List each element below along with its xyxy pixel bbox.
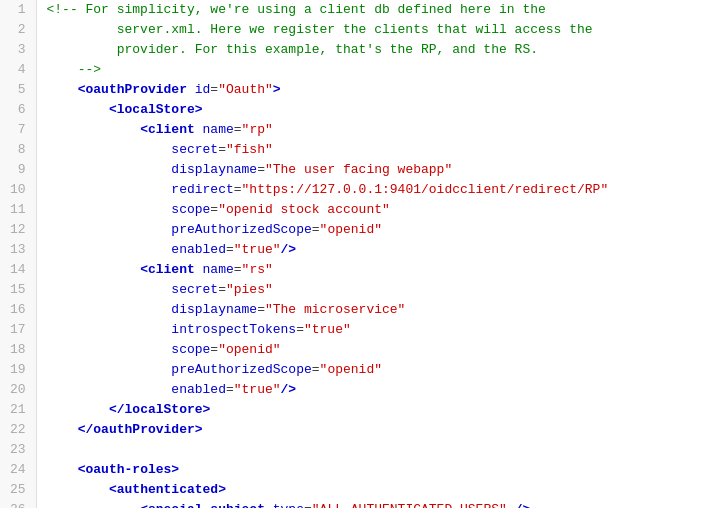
attr-value-token: "true" — [304, 322, 351, 337]
line-number: 24 — [0, 460, 36, 480]
code-line: <client name="rs" — [36, 260, 713, 280]
plain-token — [47, 82, 78, 97]
line-number: 11 — [0, 200, 36, 220]
line-number: 17 — [0, 320, 36, 340]
plain-token — [47, 202, 172, 217]
code-line: <client name="rp" — [36, 120, 713, 140]
plain-token: = — [234, 262, 242, 277]
table-row: 12 preAuthorizedScope="openid" — [0, 220, 713, 240]
plain-token: = — [312, 222, 320, 237]
tag-token: <oauthProvider — [78, 82, 187, 97]
line-number: 14 — [0, 260, 36, 280]
tag-token: > — [273, 82, 281, 97]
code-line: redirect="https://127.0.0.1:9401/oidccli… — [36, 180, 713, 200]
plain-token: = — [210, 202, 218, 217]
code-line: </localStore> — [36, 400, 713, 420]
tag-token: /> — [507, 502, 530, 508]
line-number: 18 — [0, 340, 36, 360]
table-row: 7 <client name="rp" — [0, 120, 713, 140]
code-line: <oauthProvider id="Oauth"> — [36, 80, 713, 100]
attr-value-token: "https://127.0.0.1:9401/oidcclient/redir… — [242, 182, 609, 197]
line-number: 23 — [0, 440, 36, 460]
plain-token — [47, 162, 172, 177]
table-row: 26 <special-subject type="ALL_AUTHENTICA… — [0, 500, 713, 508]
attr-name-token: scope — [171, 202, 210, 217]
code-line: provider. For this example, that's the R… — [36, 40, 713, 60]
code-line: enabled="true"/> — [36, 380, 713, 400]
plain-token: = — [257, 302, 265, 317]
tag-token: <client — [140, 262, 195, 277]
attr-value-token: "true" — [234, 382, 281, 397]
attr-value-token: "rp" — [242, 122, 273, 137]
attr-value-token: "openid" — [218, 342, 280, 357]
line-number: 2 — [0, 20, 36, 40]
plain-token: = — [234, 182, 242, 197]
tag-token: <client — [140, 122, 195, 137]
table-row: 4 --> — [0, 60, 713, 80]
tag-token: </localStore> — [109, 402, 210, 417]
attr-name-token: displayname — [171, 302, 257, 317]
table-row: 6 <localStore> — [0, 100, 713, 120]
comment-token: provider. For this example, that's the R… — [47, 42, 538, 57]
plain-token: = — [226, 242, 234, 257]
plain-token — [47, 102, 109, 117]
tag-token: /> — [281, 242, 297, 257]
plain-token: = — [210, 342, 218, 357]
line-number: 7 — [0, 120, 36, 140]
tag-token: <localStore> — [109, 102, 203, 117]
code-line: introspectTokens="true" — [36, 320, 713, 340]
table-row: 15 secret="pies" — [0, 280, 713, 300]
plain-token: = — [296, 322, 304, 337]
table-row: 3 provider. For this example, that's the… — [0, 40, 713, 60]
code-table: 1<!-- For simplicity, we're using a clie… — [0, 0, 713, 508]
plain-token — [47, 482, 109, 497]
code-line: <!-- For simplicity, we're using a clien… — [36, 0, 713, 20]
tag-token: <oauth-roles> — [78, 462, 179, 477]
code-line: scope="openid stock account" — [36, 200, 713, 220]
plain-token: = — [234, 122, 242, 137]
code-line: preAuthorizedScope="openid" — [36, 220, 713, 240]
attr-name-token: secret — [171, 142, 218, 157]
line-number: 9 — [0, 160, 36, 180]
table-row: 14 <client name="rs" — [0, 260, 713, 280]
line-number: 4 — [0, 60, 36, 80]
attr-name-token: name — [203, 262, 234, 277]
code-line: displayname="The microservice" — [36, 300, 713, 320]
attr-name-token: displayname — [171, 162, 257, 177]
comment-token: server.xml. Here we register the clients… — [47, 22, 593, 37]
table-row: 2 server.xml. Here we register the clien… — [0, 20, 713, 40]
attr-value-token: "openid" — [320, 362, 382, 377]
attr-value-token: "The user facing webapp" — [265, 162, 452, 177]
line-number: 19 — [0, 360, 36, 380]
plain-token: = — [304, 502, 312, 508]
table-row: 13 enabled="true"/> — [0, 240, 713, 260]
attr-value-token: "openid" — [320, 222, 382, 237]
line-number: 25 — [0, 480, 36, 500]
attr-name-token: name — [203, 122, 234, 137]
code-line: enabled="true"/> — [36, 240, 713, 260]
plain-token — [47, 322, 172, 337]
code-line: <authenticated> — [36, 480, 713, 500]
attr-value-token: "true" — [234, 242, 281, 257]
table-row: 11 scope="openid stock account" — [0, 200, 713, 220]
line-number: 6 — [0, 100, 36, 120]
line-number: 13 — [0, 240, 36, 260]
plain-token — [195, 262, 203, 277]
table-row: 9 displayname="The user facing webapp" — [0, 160, 713, 180]
attr-value-token: "ALL_AUTHENTICATED_USERS" — [312, 502, 507, 508]
attr-value-token: "The microservice" — [265, 302, 405, 317]
table-row: 5 <oauthProvider id="Oauth"> — [0, 80, 713, 100]
plain-token — [47, 362, 172, 377]
table-row: 23 — [0, 440, 713, 460]
line-number: 1 — [0, 0, 36, 20]
line-number: 5 — [0, 80, 36, 100]
line-number: 26 — [0, 500, 36, 508]
code-line: scope="openid" — [36, 340, 713, 360]
plain-token — [47, 182, 172, 197]
code-line: server.xml. Here we register the clients… — [36, 20, 713, 40]
plain-token — [265, 502, 273, 508]
comment-token: --> — [47, 62, 102, 77]
table-row: 24 <oauth-roles> — [0, 460, 713, 480]
table-row: 1<!-- For simplicity, we're using a clie… — [0, 0, 713, 20]
table-row: 19 preAuthorizedScope="openid" — [0, 360, 713, 380]
